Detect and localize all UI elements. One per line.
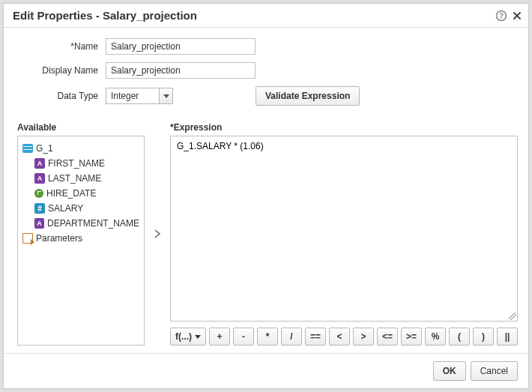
tree-label: LAST_NAME bbox=[48, 173, 101, 184]
op-divide-button[interactable]: / bbox=[281, 328, 302, 346]
expression-label: *Expression bbox=[170, 122, 518, 133]
number-column-icon: # bbox=[34, 203, 45, 214]
help-icon[interactable]: ? bbox=[495, 10, 507, 22]
validate-expression-button[interactable]: Validate Expression bbox=[256, 86, 360, 106]
chevron-down-icon bbox=[195, 335, 201, 339]
tree-label: G_1 bbox=[36, 143, 53, 154]
op-lt-button[interactable]: < bbox=[329, 328, 350, 346]
display-name-label: Display Name bbox=[17, 65, 106, 76]
op-plus-button[interactable]: + bbox=[209, 328, 230, 346]
display-name-input[interactable] bbox=[106, 62, 256, 79]
date-column-icon bbox=[34, 189, 43, 198]
op-minus-button[interactable]: - bbox=[233, 328, 254, 346]
op-multiply-button[interactable]: * bbox=[257, 328, 278, 346]
fx-button[interactable]: f(...) bbox=[170, 328, 206, 346]
name-input[interactable] bbox=[106, 38, 256, 55]
op-mod-button[interactable]: % bbox=[425, 328, 446, 346]
tree-label: FIRST_NAME bbox=[48, 158, 105, 169]
op-lparen-button[interactable]: ( bbox=[449, 328, 470, 346]
dialog-content: *Name Display Name Data Type Integer Val… bbox=[4, 28, 528, 353]
text-column-icon: A bbox=[34, 218, 44, 229]
svg-text:?: ? bbox=[499, 12, 504, 20]
tree-label: Parameters bbox=[36, 233, 82, 244]
cancel-button[interactable]: Cancel bbox=[471, 361, 518, 381]
data-type-select[interactable]: Integer bbox=[106, 88, 173, 104]
available-label: Available bbox=[17, 122, 145, 133]
tree-item-hire-date[interactable]: HIRE_DATE bbox=[33, 186, 141, 201]
dialog-title: Edit Properties - Salary_projection bbox=[13, 9, 495, 22]
op-gt-button[interactable]: > bbox=[353, 328, 374, 346]
expression-textarea[interactable] bbox=[170, 136, 518, 322]
text-column-icon: A bbox=[34, 158, 45, 169]
tree-item-department-name[interactable]: A DEPARTMENT_NAME bbox=[33, 216, 141, 231]
op-lte-button[interactable]: <= bbox=[377, 328, 398, 346]
titlebar: Edit Properties - Salary_projection ? bbox=[4, 4, 528, 28]
move-right-button[interactable] bbox=[152, 226, 163, 241]
close-icon[interactable] bbox=[512, 10, 522, 21]
tree-children: A FIRST_NAME A LAST_NAME HIRE_DATE # bbox=[21, 156, 141, 231]
tree-item-salary[interactable]: # SALARY bbox=[33, 201, 141, 216]
tree-label: HIRE_DATE bbox=[46, 188, 96, 199]
tree-item-first-name[interactable]: A FIRST_NAME bbox=[33, 156, 141, 171]
chevron-down-icon bbox=[159, 88, 172, 103]
text-column-icon: A bbox=[34, 173, 45, 184]
group-icon bbox=[22, 144, 33, 153]
ok-button[interactable]: OK bbox=[433, 361, 466, 381]
tree-label: SALARY bbox=[48, 203, 83, 214]
parameters-icon bbox=[22, 233, 33, 244]
op-rparen-button[interactable]: ) bbox=[473, 328, 494, 346]
op-gte-button[interactable]: >= bbox=[401, 328, 422, 346]
operator-bar: f(...) + - * / == < > <= >= % ( ) || bbox=[170, 328, 518, 346]
available-tree: G_1 A FIRST_NAME A LAST_NAME bbox=[17, 136, 145, 346]
data-type-label: Data Type bbox=[17, 91, 106, 101]
dialog-footer: OK Cancel bbox=[4, 353, 528, 388]
tree-parameters[interactable]: Parameters bbox=[21, 231, 141, 246]
tree-label: DEPARTMENT_NAME bbox=[47, 218, 139, 229]
data-type-value: Integer bbox=[106, 88, 159, 103]
edit-properties-dialog: Edit Properties - Salary_projection ? *N… bbox=[3, 3, 529, 389]
tree-group[interactable]: G_1 bbox=[21, 141, 141, 156]
fx-label: f(...) bbox=[175, 331, 192, 342]
name-label: *Name bbox=[17, 41, 106, 52]
tree-item-last-name[interactable]: A LAST_NAME bbox=[33, 171, 141, 186]
op-or-button[interactable]: || bbox=[497, 328, 518, 346]
op-eq-button[interactable]: == bbox=[305, 328, 326, 346]
